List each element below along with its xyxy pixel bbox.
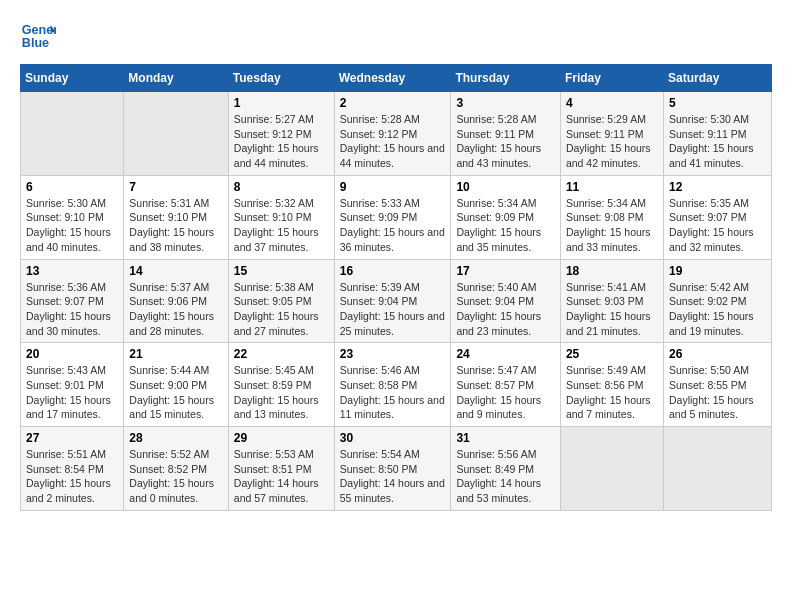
day-info: Sunrise: 5:49 AM Sunset: 8:56 PM Dayligh… [566,363,658,422]
day-number: 17 [456,264,555,278]
day-info: Sunrise: 5:30 AM Sunset: 9:11 PM Dayligh… [669,112,766,171]
day-info: Sunrise: 5:32 AM Sunset: 9:10 PM Dayligh… [234,196,329,255]
calendar-week-row: 20Sunrise: 5:43 AM Sunset: 9:01 PM Dayli… [21,343,772,427]
calendar-cell: 2Sunrise: 5:28 AM Sunset: 9:12 PM Daylig… [334,92,451,176]
svg-text:Blue: Blue [22,36,49,50]
day-number: 9 [340,180,446,194]
day-info: Sunrise: 5:52 AM Sunset: 8:52 PM Dayligh… [129,447,222,506]
calendar-week-row: 6Sunrise: 5:30 AM Sunset: 9:10 PM Daylig… [21,175,772,259]
calendar-cell: 25Sunrise: 5:49 AM Sunset: 8:56 PM Dayli… [560,343,663,427]
calendar-cell: 6Sunrise: 5:30 AM Sunset: 9:10 PM Daylig… [21,175,124,259]
day-info: Sunrise: 5:40 AM Sunset: 9:04 PM Dayligh… [456,280,555,339]
calendar-cell: 18Sunrise: 5:41 AM Sunset: 9:03 PM Dayli… [560,259,663,343]
calendar-cell: 17Sunrise: 5:40 AM Sunset: 9:04 PM Dayli… [451,259,561,343]
header: General Blue [20,16,772,52]
day-number: 4 [566,96,658,110]
day-number: 14 [129,264,222,278]
day-info: Sunrise: 5:35 AM Sunset: 9:07 PM Dayligh… [669,196,766,255]
calendar-cell [124,92,228,176]
day-info: Sunrise: 5:38 AM Sunset: 9:05 PM Dayligh… [234,280,329,339]
day-info: Sunrise: 5:54 AM Sunset: 8:50 PM Dayligh… [340,447,446,506]
day-of-week-header: Sunday [21,65,124,92]
calendar-cell: 23Sunrise: 5:46 AM Sunset: 8:58 PM Dayli… [334,343,451,427]
calendar-cell: 7Sunrise: 5:31 AM Sunset: 9:10 PM Daylig… [124,175,228,259]
calendar-cell: 28Sunrise: 5:52 AM Sunset: 8:52 PM Dayli… [124,427,228,511]
calendar-cell: 13Sunrise: 5:36 AM Sunset: 9:07 PM Dayli… [21,259,124,343]
day-info: Sunrise: 5:43 AM Sunset: 9:01 PM Dayligh… [26,363,118,422]
day-info: Sunrise: 5:42 AM Sunset: 9:02 PM Dayligh… [669,280,766,339]
day-number: 11 [566,180,658,194]
calendar-cell: 16Sunrise: 5:39 AM Sunset: 9:04 PM Dayli… [334,259,451,343]
day-number: 28 [129,431,222,445]
day-of-week-header: Tuesday [228,65,334,92]
page: General Blue SundayMondayTuesdayWednesda… [0,0,792,527]
calendar-cell: 20Sunrise: 5:43 AM Sunset: 9:01 PM Dayli… [21,343,124,427]
day-of-week-header: Friday [560,65,663,92]
calendar-cell: 4Sunrise: 5:29 AM Sunset: 9:11 PM Daylig… [560,92,663,176]
calendar-cell: 24Sunrise: 5:47 AM Sunset: 8:57 PM Dayli… [451,343,561,427]
calendar-cell: 27Sunrise: 5:51 AM Sunset: 8:54 PM Dayli… [21,427,124,511]
header-row: SundayMondayTuesdayWednesdayThursdayFrid… [21,65,772,92]
day-number: 21 [129,347,222,361]
day-number: 19 [669,264,766,278]
day-number: 30 [340,431,446,445]
calendar-cell: 8Sunrise: 5:32 AM Sunset: 9:10 PM Daylig… [228,175,334,259]
day-info: Sunrise: 5:47 AM Sunset: 8:57 PM Dayligh… [456,363,555,422]
day-number: 25 [566,347,658,361]
day-info: Sunrise: 5:28 AM Sunset: 9:11 PM Dayligh… [456,112,555,171]
day-number: 8 [234,180,329,194]
day-number: 29 [234,431,329,445]
day-number: 16 [340,264,446,278]
calendar-cell: 1Sunrise: 5:27 AM Sunset: 9:12 PM Daylig… [228,92,334,176]
day-info: Sunrise: 5:28 AM Sunset: 9:12 PM Dayligh… [340,112,446,171]
day-number: 7 [129,180,222,194]
day-info: Sunrise: 5:45 AM Sunset: 8:59 PM Dayligh… [234,363,329,422]
day-number: 31 [456,431,555,445]
day-info: Sunrise: 5:46 AM Sunset: 8:58 PM Dayligh… [340,363,446,422]
calendar-cell: 21Sunrise: 5:44 AM Sunset: 9:00 PM Dayli… [124,343,228,427]
calendar-cell: 26Sunrise: 5:50 AM Sunset: 8:55 PM Dayli… [663,343,771,427]
day-number: 10 [456,180,555,194]
day-info: Sunrise: 5:30 AM Sunset: 9:10 PM Dayligh… [26,196,118,255]
day-number: 18 [566,264,658,278]
day-of-week-header: Thursday [451,65,561,92]
day-info: Sunrise: 5:39 AM Sunset: 9:04 PM Dayligh… [340,280,446,339]
day-number: 1 [234,96,329,110]
day-number: 2 [340,96,446,110]
calendar-cell: 11Sunrise: 5:34 AM Sunset: 9:08 PM Dayli… [560,175,663,259]
day-info: Sunrise: 5:29 AM Sunset: 9:11 PM Dayligh… [566,112,658,171]
calendar-week-row: 1Sunrise: 5:27 AM Sunset: 9:12 PM Daylig… [21,92,772,176]
day-info: Sunrise: 5:34 AM Sunset: 9:08 PM Dayligh… [566,196,658,255]
calendar-table: SundayMondayTuesdayWednesdayThursdayFrid… [20,64,772,511]
calendar-cell: 15Sunrise: 5:38 AM Sunset: 9:05 PM Dayli… [228,259,334,343]
calendar-cell: 29Sunrise: 5:53 AM Sunset: 8:51 PM Dayli… [228,427,334,511]
day-info: Sunrise: 5:53 AM Sunset: 8:51 PM Dayligh… [234,447,329,506]
day-info: Sunrise: 5:27 AM Sunset: 9:12 PM Dayligh… [234,112,329,171]
day-number: 24 [456,347,555,361]
day-of-week-header: Wednesday [334,65,451,92]
calendar-cell: 19Sunrise: 5:42 AM Sunset: 9:02 PM Dayli… [663,259,771,343]
calendar-cell: 22Sunrise: 5:45 AM Sunset: 8:59 PM Dayli… [228,343,334,427]
calendar-cell: 14Sunrise: 5:37 AM Sunset: 9:06 PM Dayli… [124,259,228,343]
calendar-cell: 12Sunrise: 5:35 AM Sunset: 9:07 PM Dayli… [663,175,771,259]
logo: General Blue [20,16,60,52]
day-number: 27 [26,431,118,445]
day-info: Sunrise: 5:33 AM Sunset: 9:09 PM Dayligh… [340,196,446,255]
calendar-cell: 31Sunrise: 5:56 AM Sunset: 8:49 PM Dayli… [451,427,561,511]
logo-icon: General Blue [20,16,56,52]
day-of-week-header: Monday [124,65,228,92]
calendar-cell: 5Sunrise: 5:30 AM Sunset: 9:11 PM Daylig… [663,92,771,176]
day-info: Sunrise: 5:56 AM Sunset: 8:49 PM Dayligh… [456,447,555,506]
day-info: Sunrise: 5:44 AM Sunset: 9:00 PM Dayligh… [129,363,222,422]
day-of-week-header: Saturday [663,65,771,92]
calendar-cell: 3Sunrise: 5:28 AM Sunset: 9:11 PM Daylig… [451,92,561,176]
day-number: 3 [456,96,555,110]
calendar-cell: 10Sunrise: 5:34 AM Sunset: 9:09 PM Dayli… [451,175,561,259]
calendar-cell: 30Sunrise: 5:54 AM Sunset: 8:50 PM Dayli… [334,427,451,511]
calendar-cell: 9Sunrise: 5:33 AM Sunset: 9:09 PM Daylig… [334,175,451,259]
day-info: Sunrise: 5:31 AM Sunset: 9:10 PM Dayligh… [129,196,222,255]
day-info: Sunrise: 5:36 AM Sunset: 9:07 PM Dayligh… [26,280,118,339]
day-info: Sunrise: 5:51 AM Sunset: 8:54 PM Dayligh… [26,447,118,506]
day-number: 12 [669,180,766,194]
calendar-week-row: 27Sunrise: 5:51 AM Sunset: 8:54 PM Dayli… [21,427,772,511]
